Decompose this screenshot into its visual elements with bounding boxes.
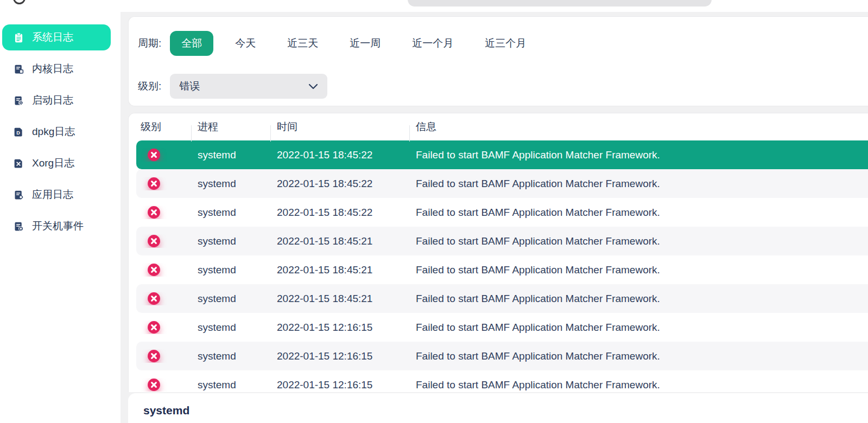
row-process-cell: systemd (191, 350, 270, 362)
app-log-icon (13, 189, 24, 201)
row-time-cell: 2022-01-15 18:45:21 (270, 293, 409, 305)
period-1month-button[interactable]: 近一个月 (412, 36, 453, 50)
period-filter-row: 周期: 全部 今天 近三天 近一周 近一个月 近三个月 (138, 31, 542, 56)
column-header-time: 时间 (270, 120, 409, 134)
log-table-row[interactable]: systemd 2022-01-15 12:16:15 Failed to st… (136, 370, 868, 392)
log-table: 级别 进程 时间 信息 systemd 2022-01-15 18:45:22 … (128, 113, 868, 392)
error-x-circle-icon (147, 321, 161, 334)
error-x-circle-icon (147, 378, 161, 392)
row-process-cell: systemd (191, 178, 270, 190)
level-filter-row: 级别: 错误 (138, 74, 327, 99)
period-all-button[interactable]: 全部 (170, 31, 213, 56)
row-process-cell: systemd (191, 379, 270, 391)
window-option-icon[interactable] (13, 0, 26, 4)
log-table-row[interactable]: systemd 2022-01-15 12:16:15 Failed to st… (136, 342, 868, 370)
row-message-cell: Failed to start BAMF Application Matcher… (409, 207, 868, 219)
row-message-cell: Failed to start BAMF Application Matcher… (409, 379, 868, 391)
row-time-cell: 2022-01-15 18:45:22 (270, 149, 409, 161)
detail-process-name: systemd (143, 404, 868, 417)
row-level-cell (136, 177, 191, 190)
table-header: 级别 进程 时间 信息 (129, 113, 868, 140)
row-process-cell: systemd (191, 293, 270, 305)
sidebar-item-label: 内核日志 (32, 62, 73, 76)
period-1week-button[interactable]: 近一周 (350, 36, 381, 50)
row-level-cell (136, 234, 191, 248)
sidebar-item-power-events[interactable]: 开关机事件 (2, 213, 111, 239)
row-level-cell (136, 378, 191, 392)
row-process-cell: systemd (191, 149, 270, 161)
row-process-cell: systemd (191, 207, 270, 219)
level-dropdown-value: 错误 (179, 79, 308, 93)
row-message-cell: Failed to start BAMF Application Matcher… (409, 264, 868, 276)
column-header-level: 级别 (129, 120, 191, 134)
xorg-log-icon (13, 158, 24, 169)
detail-panel: systemd (128, 393, 868, 423)
sidebar-item-system-log[interactable]: 系统日志 (2, 24, 111, 50)
log-table-row[interactable]: systemd 2022-01-15 18:45:21 Failed to st… (136, 255, 868, 284)
error-x-circle-icon (147, 234, 161, 248)
titlebar (0, 0, 868, 12)
sidebar-item-kernel-log[interactable]: 内核日志 (2, 56, 111, 82)
search-input[interactable] (408, 0, 712, 7)
row-message-cell: Failed to start BAMF Application Matcher… (409, 149, 868, 161)
column-header-process: 进程 (191, 120, 270, 134)
log-table-row[interactable]: systemd 2022-01-15 18:45:21 Failed to st… (136, 284, 868, 313)
svg-text:D: D (16, 130, 20, 136)
sidebar-item-dpkg-log[interactable]: D dpkg日志 (2, 119, 111, 145)
kernel-log-icon (13, 63, 24, 75)
error-x-circle-icon (147, 148, 161, 162)
row-level-cell (136, 263, 191, 277)
column-header-message: 信息 (409, 120, 868, 134)
power-event-icon (13, 221, 24, 232)
sidebar-item-label: 系统日志 (32, 30, 73, 44)
sidebar-item-boot-log[interactable]: 启动日志 (2, 87, 111, 113)
row-level-cell (136, 206, 191, 219)
row-message-cell: Failed to start BAMF Application Matcher… (409, 235, 868, 247)
row-time-cell: 2022-01-15 18:45:21 (270, 264, 409, 276)
level-dropdown[interactable]: 错误 (170, 74, 327, 99)
filter-panel: 周期: 全部 今天 近三天 近一周 近一个月 近三个月 级别: 错误 (128, 16, 868, 106)
log-table-row[interactable]: systemd 2022-01-15 12:16:15 Failed to st… (136, 313, 868, 342)
row-level-cell (136, 321, 191, 334)
row-level-cell (136, 292, 191, 305)
row-level-cell (136, 148, 191, 162)
period-label: 周期: (138, 36, 161, 50)
dpkg-log-icon: D (13, 126, 24, 138)
chevron-down-icon (308, 84, 318, 89)
period-today-button[interactable]: 今天 (235, 36, 256, 50)
error-x-circle-icon (147, 263, 161, 277)
row-time-cell: 2022-01-15 12:16:15 (270, 322, 409, 334)
row-time-cell: 2022-01-15 12:16:15 (270, 379, 409, 391)
period-3days-button[interactable]: 近三天 (287, 36, 318, 50)
sidebar-item-label: 应用日志 (32, 188, 73, 202)
row-message-cell: Failed to start BAMF Application Matcher… (409, 293, 868, 305)
row-message-cell: Failed to start BAMF Application Matcher… (409, 350, 868, 362)
error-x-circle-icon (147, 206, 161, 219)
log-table-row[interactable]: systemd 2022-01-15 18:45:22 Failed to st… (136, 140, 868, 169)
boot-log-icon (13, 95, 24, 106)
sidebar-item-label: dpkg日志 (32, 125, 75, 139)
row-time-cell: 2022-01-15 18:45:21 (270, 235, 409, 247)
log-table-row[interactable]: systemd 2022-01-15 18:45:22 Failed to st… (136, 169, 868, 198)
row-time-cell: 2022-01-15 18:45:22 (270, 178, 409, 190)
sidebar-item-app-log[interactable]: 应用日志 (2, 182, 111, 208)
system-log-icon (13, 32, 24, 43)
sidebar-item-label: Xorg日志 (32, 156, 74, 170)
row-process-cell: systemd (191, 322, 270, 334)
row-process-cell: systemd (191, 264, 270, 276)
row-time-cell: 2022-01-15 18:45:22 (270, 207, 409, 219)
period-3months-button[interactable]: 近三个月 (485, 36, 526, 50)
row-message-cell: Failed to start BAMF Application Matcher… (409, 322, 868, 334)
error-x-circle-icon (147, 292, 161, 305)
log-table-row[interactable]: systemd 2022-01-15 18:45:21 Failed to st… (136, 227, 868, 255)
main-content: 周期: 全部 今天 近三天 近一周 近一个月 近三个月 级别: 错误 级别 进程… (128, 0, 868, 423)
row-process-cell: systemd (191, 235, 270, 247)
row-time-cell: 2022-01-15 12:16:15 (270, 350, 409, 362)
log-table-row[interactable]: systemd 2022-01-15 18:45:22 Failed to st… (136, 198, 868, 227)
row-level-cell (136, 349, 191, 363)
sidebar: 系统日志 内核日志 启动日志 D dpkg日志 Xo (0, 12, 121, 423)
error-x-circle-icon (147, 349, 161, 363)
sidebar-item-label: 开关机事件 (32, 219, 84, 233)
sidebar-item-xorg-log[interactable]: Xorg日志 (2, 150, 111, 176)
row-message-cell: Failed to start BAMF Application Matcher… (409, 178, 868, 190)
